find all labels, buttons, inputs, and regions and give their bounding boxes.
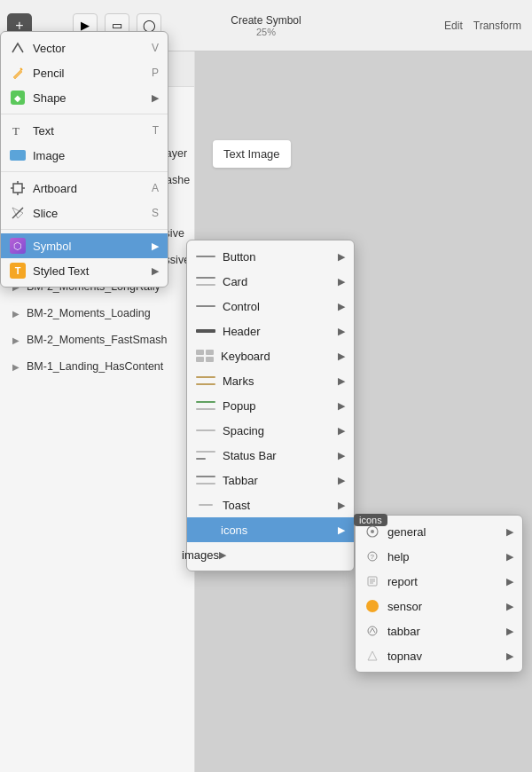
submenu-arrow-icon: ▶	[338, 400, 345, 412]
submenu-arrow-icon: ▶	[338, 351, 345, 362]
menu-separator	[1, 171, 168, 172]
help-icon: ?	[364, 548, 380, 564]
tertiary-menu: iconsgeneral▶?help▶report▶sensor▶tabbar▶…	[355, 515, 523, 673]
tertiary-menu-item-general[interactable]: general▶	[356, 519, 522, 544]
document-title: Create Symbol	[231, 14, 301, 27]
secondary-menu-item-images[interactable]: images▶	[187, 542, 354, 567]
menu-item-image[interactable]: Image	[1, 143, 168, 168]
shortcut-label: S	[152, 207, 159, 219]
svg-rect-1	[13, 184, 22, 193]
zoom-level: 25%	[256, 27, 276, 37]
slice-icon	[10, 205, 26, 221]
tertiary-menu-item-sensor[interactable]: sensor▶	[356, 594, 522, 618]
menu-item-label: Toast	[223, 499, 250, 512]
sidebar-item-bm2-moments-fsm[interactable]: ▶BM-2_Moments_FastSmash	[0, 327, 194, 353]
menu-item-label: Vector	[33, 42, 66, 55]
menu-item-label: Card	[223, 275, 247, 288]
secondary-menu-item-popup[interactable]: Popup▶	[187, 393, 354, 418]
menu-item-label: Image	[33, 149, 65, 162]
sidebar-item-bm2-moments-lo[interactable]: ▶BM-2_Moments_Loading	[0, 300, 194, 327]
edit-button[interactable]: Edit	[444, 20, 463, 32]
report-icon	[364, 573, 380, 589]
secondary-menu-item-icons[interactable]: icons▶	[187, 517, 354, 542]
general-icon	[364, 524, 380, 540]
card-line-icon	[196, 274, 215, 288]
submenu-arrow-icon: ▶	[338, 500, 345, 511]
secondary-menu: Button▶Card▶Control▶Header▶Keyboard▶Mark…	[186, 240, 355, 571]
pencil-icon	[10, 65, 26, 81]
submenu-arrow-icon: ▶	[338, 251, 345, 263]
secondary-menu-item-keyboard[interactable]: Keyboard▶	[187, 343, 354, 368]
shortcut-label: P	[152, 67, 159, 79]
submenu-arrow-icon: ▶	[338, 475, 345, 486]
control-line-icon	[196, 299, 215, 313]
menu-item-label: Status Bar	[223, 449, 277, 462]
menu-item-label: Styled Text	[33, 264, 89, 278]
sidebar-item-label: BM-2_Moments_Loading	[27, 307, 151, 319]
svg-marker-15	[368, 651, 377, 660]
styled-text-icon: T	[10, 263, 26, 279]
svg-text:T: T	[12, 124, 20, 138]
images-trash-icon: images▶	[196, 547, 212, 563]
menu-item-label: tabbar	[387, 625, 420, 638]
secondary-menu-item-card[interactable]: Card▶	[187, 269, 354, 294]
svg-point-8	[371, 530, 374, 533]
menu-item-label: Popup	[223, 399, 256, 413]
menu-item-label: Slice	[33, 207, 58, 220]
menu-item-label: topnav	[387, 650, 422, 663]
secondary-menu-item-tabbar[interactable]: Tabbar▶	[187, 468, 354, 492]
menu-item-shape[interactable]: ◆Shape▶	[1, 85, 168, 110]
menu-item-artboard[interactable]: ArtboardA	[1, 176, 168, 201]
sidebar-item-bm1-landing-hc[interactable]: ▶BM-1_Landing_HasContent	[0, 353, 194, 380]
shape-icon: ◆	[10, 90, 26, 106]
menu-item-label: Button	[223, 250, 256, 264]
statusbar-line-icon	[196, 448, 215, 462]
secondary-menu-item-button[interactable]: Button▶	[187, 244, 354, 269]
shortcut-label: T	[153, 124, 159, 137]
submenu-arrow-icon: ▶	[338, 326, 345, 337]
tabbar-icon	[364, 623, 380, 639]
text-icon: T	[10, 122, 26, 138]
menu-item-pencil[interactable]: PencilP	[1, 60, 168, 85]
secondary-menu-item-toast[interactable]: Toast▶	[187, 492, 354, 517]
menu-item-label: Header	[223, 325, 261, 338]
submenu-arrow-icon: ▶	[338, 301, 345, 312]
submenu-arrow-icon: ▶	[338, 375, 345, 387]
submenu-arrow-icon: ▶	[506, 626, 513, 637]
chevron-icon: ▶	[12, 362, 20, 372]
secondary-menu-item-header[interactable]: Header▶	[187, 319, 354, 343]
menu-item-symbol[interactable]: ⬡Symbol▶	[1, 233, 168, 258]
secondary-menu-item-spacing[interactable]: Spacing▶	[187, 418, 354, 443]
menu-item-label: help	[387, 550, 410, 563]
secondary-menu-item-status-bar[interactable]: Status Bar▶	[187, 443, 354, 468]
sensor-icon	[364, 598, 380, 614]
menu-item-styled-text[interactable]: TStyled Text▶	[1, 258, 168, 283]
button-line-icon	[196, 249, 215, 264]
svg-text:?: ?	[371, 553, 375, 561]
submenu-arrow-icon: ▶	[506, 601, 513, 612]
menu-item-label: Control	[223, 300, 260, 313]
tertiary-menu-item-topnav[interactable]: topnav▶	[356, 643, 522, 668]
tertiary-menu-item-tabbar[interactable]: tabbar▶	[356, 618, 522, 643]
secondary-menu-item-marks[interactable]: Marks▶	[187, 368, 354, 393]
menu-item-label: Spacing	[223, 424, 264, 437]
secondary-menu-item-control[interactable]: Control▶	[187, 294, 354, 319]
submenu-arrow-icon: ▶	[219, 549, 226, 561]
menu-item-slice[interactable]: SliceS	[1, 201, 168, 225]
tertiary-menu-item-report[interactable]: report▶	[356, 569, 522, 594]
tabbar-line-icon	[196, 473, 215, 487]
menu-item-text[interactable]: TTextT	[1, 118, 168, 143]
text-image-label: Text Image	[223, 147, 280, 161]
sidebar-item-label: BM-2_Moments_FastSmash	[27, 334, 167, 346]
menu-item-label: sensor	[387, 600, 422, 613]
transform-button[interactable]: Transform	[473, 20, 521, 32]
submenu-arrow-icon: ▶	[506, 551, 513, 563]
sidebar-item-label: BM-1_Landing_HasContent	[27, 360, 163, 373]
menu-item-vector[interactable]: VectorV	[1, 35, 168, 60]
topnav-icon	[364, 648, 380, 664]
primary-menu: VectorVPencilP◆Shape▶TTextTImageArtboard…	[0, 31, 168, 288]
menu-item-label: general	[387, 525, 426, 539]
chevron-icon: ▶	[12, 309, 20, 319]
tertiary-menu-item-help[interactable]: ?help▶	[356, 544, 522, 569]
image-icon	[10, 147, 26, 163]
